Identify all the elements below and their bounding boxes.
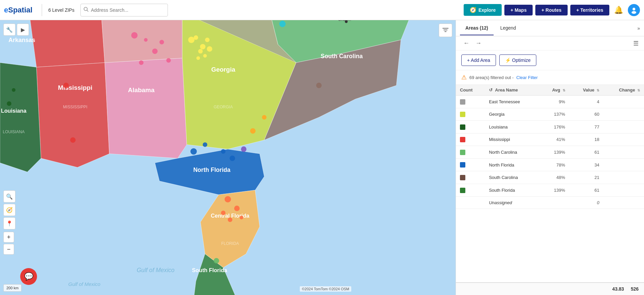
search-input[interactable]	[91, 7, 165, 13]
value-cell: 61	[569, 184, 604, 196]
add-area-button[interactable]: + Add Area	[461, 54, 496, 66]
tab-legend[interactable]: Legend	[495, 21, 522, 35]
zoom-magnifier[interactable]: 🔍	[3, 190, 15, 202]
svg-point-36	[193, 35, 198, 40]
gps-icon[interactable]: 🧭	[3, 204, 15, 216]
pointer-tool[interactable]: 📍	[3, 217, 15, 229]
svg-text:South Florida: South Florida	[192, 267, 228, 273]
svg-point-56	[63, 83, 69, 88]
table-row[interactable]: Mississippi 41% 18	[456, 133, 644, 146]
filter-notice: ⚠ 69 area(s) filtered out - Clear Filter	[456, 70, 644, 85]
svg-point-32	[166, 58, 171, 63]
svg-text:GEORGIA: GEORGIA	[214, 105, 233, 109]
color-cell	[456, 158, 485, 171]
filter-notice-text: 69 area(s) filtered out -	[469, 75, 514, 80]
svg-text:MISSISSIPPI: MISSISSIPPI	[63, 105, 87, 109]
warning-icon: ⚠	[461, 74, 467, 81]
header-divider	[42, 4, 42, 16]
optimize-button[interactable]: ⚡ Optimize	[499, 54, 536, 66]
areas-table-wrapper[interactable]: Count ↺ Area Name Avg ⇅ Value ⇅	[456, 85, 644, 282]
color-cell	[456, 171, 485, 184]
color-cell	[456, 121, 485, 134]
panel-toolbar: ← → ☰	[456, 36, 644, 50]
header-nav: 🧭 Explore + Maps + Routes + Territories …	[464, 4, 640, 16]
change-header[interactable]: Change ⇅	[603, 85, 644, 96]
value-header[interactable]: Value ⇅	[569, 85, 604, 96]
zoom-in-button[interactable]: +	[3, 232, 14, 243]
panel-collapse-button[interactable]: »	[637, 26, 640, 31]
unassigned-avg-cell	[540, 196, 569, 209]
table-row[interactable]: Louisiana 176% 77	[456, 121, 644, 134]
svg-point-46	[190, 148, 197, 155]
unassigned-change-cell	[603, 196, 644, 209]
maps-button[interactable]: + Maps	[504, 5, 533, 15]
tab-legend-label: Legend	[500, 25, 516, 31]
explore-button[interactable]: 🧭 Explore	[464, 4, 502, 16]
refresh-icon: ↺	[489, 87, 493, 93]
svg-text:Louisiana: Louisiana	[1, 108, 27, 114]
search-container[interactable]	[80, 4, 168, 16]
chat-button[interactable]: 💬	[20, 268, 37, 285]
table-row[interactable]: North Carolina 139% 61	[456, 146, 644, 159]
logo[interactable]: eSpatial	[4, 6, 32, 14]
svg-point-38	[207, 46, 212, 51]
map-tool-forward[interactable]: ▶	[17, 24, 29, 36]
avg-cell: 48%	[540, 171, 569, 184]
routes-label: + Routes	[541, 7, 562, 13]
zoom-out-button[interactable]: −	[3, 244, 14, 255]
avg-cell: 41%	[540, 133, 569, 146]
svg-point-55	[214, 258, 219, 263]
svg-point-34	[188, 37, 194, 43]
name-cell: Mississippi	[485, 133, 540, 146]
table-row[interactable]: South Carolina 48% 21	[456, 171, 644, 184]
svg-point-50	[225, 196, 231, 202]
tab-areas[interactable]: Areas (12)	[460, 21, 494, 35]
table-row[interactable]: South Florida 139% 61	[456, 184, 644, 196]
copyright-text: ©2024 TomTom ©2024 OSM	[300, 286, 351, 292]
svg-point-30	[139, 60, 144, 65]
svg-point-49	[221, 149, 226, 154]
svg-text:North Florida: North Florida	[193, 167, 230, 173]
area-name-header[interactable]: ↺ Area Name	[485, 85, 540, 96]
map-area[interactable]: Gulf of Mexico Gulf of Mexico THE BAHAMA…	[0, 20, 456, 295]
unassigned-row[interactable]: Unassigned 0	[456, 196, 644, 209]
right-panel: Areas (12) Legend » ← → ☰ + Add Area ⚡ O…	[456, 20, 644, 295]
name-cell: Louisiana	[485, 121, 540, 134]
color-cell	[456, 108, 485, 121]
unassigned-value-cell: 0	[569, 196, 604, 209]
notifications-button[interactable]: 🔔	[614, 6, 623, 14]
svg-text:FLORIDA: FLORIDA	[221, 241, 239, 246]
svg-rect-61	[442, 28, 449, 29]
svg-line-1	[87, 10, 88, 11]
routes-button[interactable]: + Routes	[535, 5, 568, 15]
change-cell	[603, 184, 644, 196]
table-row[interactable]: Georgia 137% 60	[456, 108, 644, 121]
svg-point-45	[241, 146, 246, 152]
map-tools: 🔧 ▶	[3, 24, 29, 36]
menu-button[interactable]: ☰	[633, 40, 639, 47]
svg-text:South Carolina: South Carolina	[321, 53, 363, 60]
change-cell	[603, 121, 644, 134]
map-filter-icon[interactable]	[439, 24, 452, 37]
territories-button[interactable]: + Territories	[570, 5, 609, 15]
redo-button[interactable]: →	[473, 39, 484, 47]
svg-point-51	[234, 206, 240, 211]
value-sort-icon: ⇅	[597, 88, 599, 92]
panel-toolbar-left: ← →	[461, 39, 484, 47]
avg-header[interactable]: Avg ⇅	[540, 85, 569, 96]
avatar[interactable]	[628, 4, 640, 16]
name-cell: South Florida	[485, 184, 540, 196]
extra-tools: 🔍 🧭 📍	[3, 190, 15, 229]
svg-point-31	[159, 40, 164, 44]
zoom-controls: + −	[3, 232, 14, 255]
map-tool-wrench[interactable]: 🔧	[3, 24, 15, 36]
undo-button[interactable]: ←	[461, 39, 471, 47]
svg-point-48	[229, 155, 235, 161]
table-row[interactable]: North Florida 78% 34	[456, 158, 644, 171]
clear-filter-link[interactable]: Clear Filter	[516, 75, 538, 80]
svg-point-53	[221, 211, 226, 215]
table-header-row: Count ↺ Area Name Avg ⇅ Value ⇅	[456, 85, 644, 96]
color-cell	[456, 133, 485, 146]
table-row[interactable]: East Tennessee 9% 4	[456, 96, 644, 108]
change-cell	[603, 158, 644, 171]
